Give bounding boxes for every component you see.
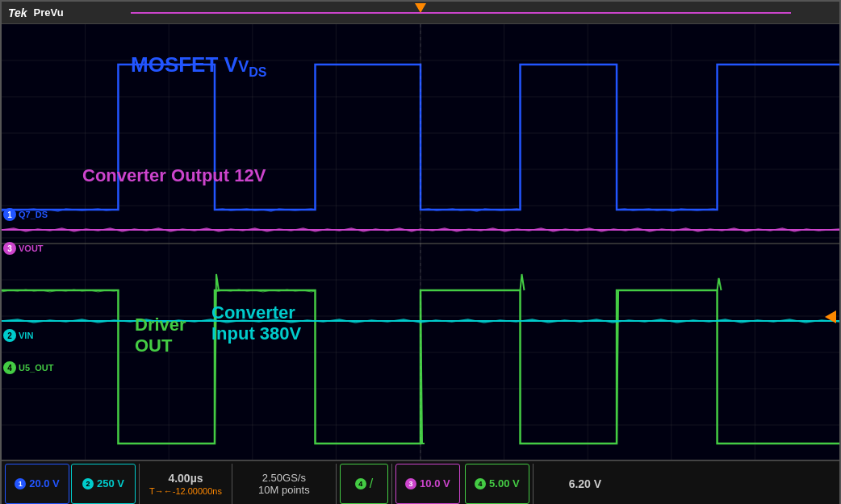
- bottom-right-value: 6.20 V: [569, 477, 601, 490]
- ch2-status-num: 2: [82, 478, 94, 489]
- divider-1: [139, 464, 140, 504]
- waveform-display: [2, 24, 839, 460]
- trigger-offset: T→←-12.00000ns: [149, 486, 222, 496]
- ch3-status-cell: 3 10.0 V: [395, 464, 460, 504]
- divider-4: [391, 464, 392, 504]
- sample-rate-display: 2.50GS/s 10M points: [236, 464, 333, 504]
- ch4-probe-label: 4 U5_OUT: [3, 361, 53, 374]
- ch1-status-num: 1: [15, 478, 26, 489]
- ch3-probe-name: VOUT: [19, 244, 44, 253]
- ch4-scale-cell: 4 5.00 V: [465, 464, 529, 504]
- mosfet-label: MOSFET VVDS: [131, 52, 266, 80]
- ch1-scale: 20.0 V: [29, 477, 60, 489]
- scope-screen: 1 Q7_DS 3 VOUT 2 VIN 4 U5_OUT MOSFET VVD…: [2, 24, 839, 460]
- ch2-scale: 250 V: [97, 477, 124, 489]
- converter-output-label: Converter Output 12V: [82, 165, 266, 186]
- ch1-status-cell: 1 20.0 V: [5, 464, 69, 504]
- ch2-num: 2: [3, 329, 16, 342]
- ch4-status-cell: 4 /: [340, 464, 388, 504]
- status-bar: 1 20.0 V 2 250 V 4.00µs T→←-12.00000ns 2…: [2, 460, 839, 504]
- bottom-right-value-display: 6.20 V: [537, 464, 634, 504]
- ch3-num: 3: [3, 242, 16, 255]
- ch2-status-cell: 2 250 V: [71, 464, 136, 504]
- ch1-probe-name: Q7_DS: [19, 210, 48, 219]
- divider-5: [533, 464, 533, 504]
- ch4-probe-name: U5_OUT: [19, 363, 53, 373]
- ch4-scale-num: 4: [475, 478, 486, 489]
- trigger-marker: [415, 3, 426, 13]
- timebase-display: 4.00µs T→←-12.00000ns: [143, 464, 228, 504]
- ch3-scale: 10.0 V: [420, 477, 450, 489]
- ch1-num: 1: [3, 208, 16, 221]
- sample-rate: 2.50GS/s: [262, 472, 306, 484]
- prevu-label: PreVu: [34, 6, 64, 19]
- driver-out-label: DriverOUT: [135, 314, 186, 357]
- record-length: 10M points: [258, 484, 310, 496]
- divider-2: [232, 464, 232, 504]
- time-per-div: 4.00µs: [168, 472, 203, 485]
- ch2-probe-label: 2 VIN: [3, 329, 33, 342]
- converter-input-label: ConverterInput 380V: [211, 302, 301, 345]
- ch3-probe-label: 3 VOUT: [3, 242, 44, 255]
- tek-logo: Tek: [2, 6, 34, 19]
- top-bar: Tek PreVu: [2, 2, 839, 24]
- top-bar-line: [131, 12, 791, 14]
- ch4-num: 4: [3, 361, 16, 374]
- ch4-status-num: 4: [355, 478, 366, 489]
- ch3-status-num: 3: [405, 478, 416, 489]
- right-arrow-marker: [825, 310, 836, 323]
- divider-3: [336, 464, 337, 504]
- oscilloscope-frame: Tek PreVu: [0, 0, 841, 504]
- ch1-probe-label: 1 Q7_DS: [3, 208, 48, 221]
- ch2-probe-name: VIN: [19, 331, 33, 340]
- ch4-indicator-symbol: /: [370, 477, 373, 491]
- ch4-scale: 5.00 V: [489, 477, 520, 489]
